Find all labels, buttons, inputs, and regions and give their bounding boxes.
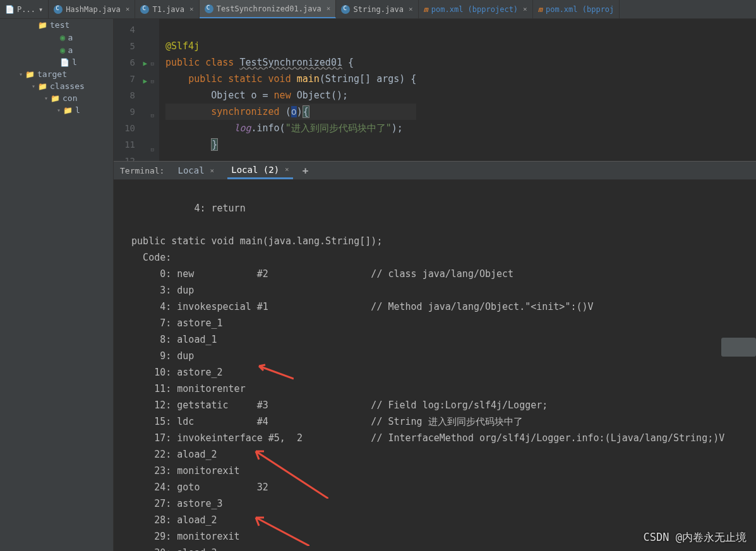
terminal-label: Terminal: <box>120 166 164 175</box>
code-editor[interactable]: 456789101112 ▶ ⊟▶ ⊟ ⊟ ⊟ @Slf4jpublic cla… <box>114 19 756 161</box>
tab-hashmap[interactable]: HashMap.java× <box>49 0 135 18</box>
close-icon[interactable]: × <box>409 5 413 13</box>
tab-pom1[interactable]: mpom.xml (bpproject)× <box>419 0 533 18</box>
folder-icon: 📁 <box>51 94 60 103</box>
code-line[interactable]: log.info("进入到同步代码块中了"); <box>165 120 416 136</box>
tree-item-label: l <box>75 105 80 115</box>
add-terminal-button[interactable]: + <box>303 165 309 177</box>
tab-t1[interactable]: T1.java× <box>135 0 199 18</box>
code-line[interactable]: } <box>165 136 416 153</box>
tree-item-label: test <box>50 20 69 30</box>
maven-icon: m <box>538 5 543 14</box>
chevron-icon[interactable]: ▾ <box>32 83 35 90</box>
close-icon[interactable]: × <box>189 5 194 13</box>
scrollbar-handle[interactable] <box>721 338 756 357</box>
tree-item-label: l <box>72 57 77 67</box>
tree-item[interactable]: ▾📁con <box>0 92 113 104</box>
tab-string[interactable]: String.java× <box>336 0 418 18</box>
close-icon[interactable]: × <box>210 167 215 175</box>
java-icon <box>341 5 350 14</box>
tree-item[interactable]: 📁test <box>0 19 113 31</box>
tree-item-label: a <box>68 33 73 42</box>
folder-icon: 📁 <box>25 70 35 79</box>
maven-icon: m <box>424 5 428 14</box>
code-line[interactable]: @Slf4j <box>165 38 416 54</box>
close-icon[interactable]: × <box>523 5 527 13</box>
terminal-text: 4: return public static void main(java.l… <box>120 203 724 551</box>
file-icon: 📄 <box>5 5 14 14</box>
annotation-arrow <box>253 514 309 546</box>
tree-item-label: con <box>63 93 77 103</box>
tab-file[interactable]: 📄P...▾ <box>0 0 49 18</box>
annotation-arrow <box>256 363 294 382</box>
editor-gutter: 456789101112 ▶ ⊟▶ ⊟ ⊟ ⊟ <box>114 19 159 161</box>
tree-item[interactable]: ▾📁classes <box>0 80 113 92</box>
tree-item[interactable]: ◉a <box>0 44 113 56</box>
code-line[interactable]: Object o = new Object(); <box>165 87 416 104</box>
tab-pom2[interactable]: mpom.xml (bpproj <box>533 0 620 18</box>
code-line[interactable]: public class TestSynchronized01 { <box>165 54 416 71</box>
terminal-tab-bar: Terminal: Local× Local (2)× + <box>114 161 756 180</box>
close-icon[interactable]: × <box>126 5 130 13</box>
editor-tabs: 📄P...▾ HashMap.java× T1.java× TestSynchr… <box>0 0 756 19</box>
java-icon <box>54 5 63 14</box>
fold-icon[interactable]: ⊟ <box>147 61 154 67</box>
terminal-tab-local2[interactable]: Local (2)× <box>227 162 292 179</box>
close-icon[interactable]: × <box>327 4 331 13</box>
code-line[interactable]: synchronized (o){ <box>165 104 416 120</box>
terminal-tab-local[interactable]: Local× <box>174 163 218 178</box>
chevron-icon[interactable]: ▾ <box>57 107 61 114</box>
fold-icon[interactable]: ⊟ <box>151 146 154 153</box>
file-icon: 📄 <box>60 58 69 67</box>
code-line[interactable] <box>165 21 416 38</box>
chevron-icon[interactable]: ▾ <box>19 71 23 78</box>
folder-icon: 📁 <box>38 82 47 91</box>
tree-item-label: a <box>68 45 73 55</box>
terminal-output[interactable]: 4: return public static void main(java.l… <box>114 180 756 551</box>
java-icon <box>205 4 213 13</box>
chevron-icon[interactable]: ▾ <box>44 95 48 102</box>
folder-icon: 📁 <box>38 21 47 30</box>
fold-icon[interactable]: ⊟ <box>151 112 154 119</box>
close-icon[interactable]: × <box>285 165 289 174</box>
tree-item-label: target <box>37 69 67 79</box>
chevron-down-icon: ▾ <box>39 5 43 14</box>
tree-item-label: classes <box>50 81 85 91</box>
tree-item[interactable]: ▾📁l <box>0 104 113 116</box>
code-line[interactable]: public static void main(String[] args) { <box>165 71 416 87</box>
fold-icon[interactable]: ⊟ <box>147 78 154 85</box>
folder-icon: 📁 <box>63 106 73 115</box>
tree-item[interactable]: 📄l <box>0 56 113 68</box>
tab-testsync[interactable]: TestSynchronized01.java× <box>200 0 337 18</box>
tree-item[interactable]: ▾📁target <box>0 68 113 80</box>
java-icon <box>140 5 149 14</box>
project-tree[interactable]: 📁test◉a◉a📄l▾📁target▾📁classes▾📁con▾📁l <box>0 19 114 551</box>
watermark: CSDN @内卷永无止境 <box>644 530 747 545</box>
tree-item[interactable]: ◉a <box>0 31 113 44</box>
annotation-icon: ◉ <box>60 32 65 42</box>
annotation-icon: ◉ <box>60 45 65 55</box>
